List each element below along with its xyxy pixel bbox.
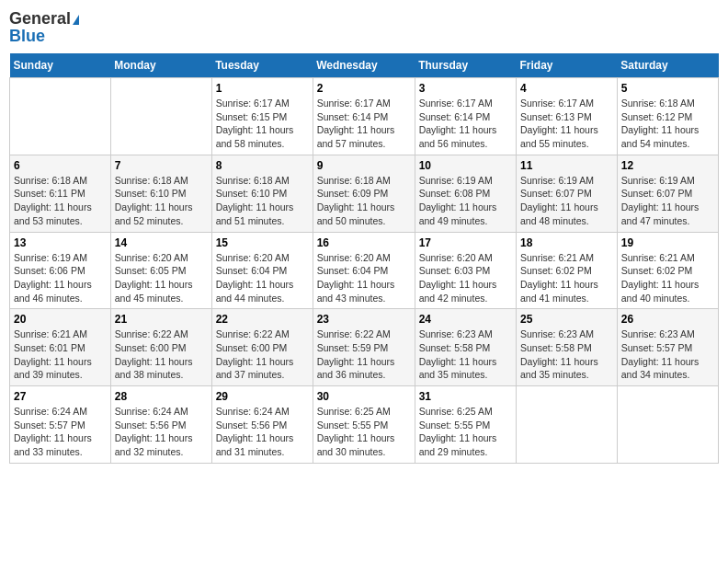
calendar-week-row: 1Sunrise: 6:17 AMSunset: 6:15 PMDaylight…: [10, 78, 719, 155]
day-number: 23: [317, 313, 411, 326]
calendar-cell: 29Sunrise: 6:24 AMSunset: 5:56 PMDayligh…: [211, 386, 313, 464]
day-info: Sunrise: 6:21 AMSunset: 6:01 PMDaylight:…: [14, 327, 107, 382]
day-info: Sunrise: 6:22 AMSunset: 6:00 PMDaylight:…: [115, 327, 208, 382]
calendar-header-row: SundayMondayTuesdayWednesdayThursdayFrid…: [10, 53, 719, 78]
day-info: Sunrise: 6:23 AMSunset: 5:58 PMDaylight:…: [520, 327, 613, 382]
calendar-week-row: 6Sunrise: 6:18 AMSunset: 6:11 PMDaylight…: [10, 155, 719, 232]
day-number: 18: [520, 236, 613, 249]
calendar-cell: 19Sunrise: 6:21 AMSunset: 6:02 PMDayligh…: [617, 232, 718, 309]
day-number: 30: [317, 390, 411, 403]
calendar-week-row: 13Sunrise: 6:19 AMSunset: 6:06 PMDayligh…: [10, 232, 719, 309]
day-info: Sunrise: 6:19 AMSunset: 6:07 PMDaylight:…: [520, 174, 613, 228]
calendar-cell: 18Sunrise: 6:21 AMSunset: 6:02 PMDayligh…: [517, 232, 618, 309]
calendar-week-row: 20Sunrise: 6:21 AMSunset: 6:01 PMDayligh…: [10, 309, 719, 386]
calendar-cell: 14Sunrise: 6:20 AMSunset: 6:05 PMDayligh…: [110, 232, 211, 309]
calendar-cell: 13Sunrise: 6:19 AMSunset: 6:06 PMDayligh…: [10, 232, 111, 309]
day-number: 14: [115, 236, 208, 249]
day-number: 11: [520, 159, 613, 172]
day-number: 24: [419, 313, 512, 326]
weekday-header: Monday: [110, 53, 211, 78]
calendar-week-row: 27Sunrise: 6:24 AMSunset: 5:57 PMDayligh…: [10, 386, 719, 464]
calendar-cell: [517, 386, 618, 464]
day-info: Sunrise: 6:20 AMSunset: 6:05 PMDaylight:…: [115, 251, 208, 305]
day-number: 3: [419, 82, 512, 95]
calendar-cell: 7Sunrise: 6:18 AMSunset: 6:10 PMDaylight…: [110, 155, 211, 232]
day-info: Sunrise: 6:19 AMSunset: 6:08 PMDaylight:…: [419, 174, 512, 228]
day-number: 27: [14, 390, 107, 403]
day-number: 1: [216, 82, 309, 95]
calendar-cell: 15Sunrise: 6:20 AMSunset: 6:04 PMDayligh…: [211, 232, 313, 309]
logo-blue: Blue: [9, 27, 45, 46]
weekday-header: Thursday: [415, 53, 516, 78]
calendar-cell: 12Sunrise: 6:19 AMSunset: 6:07 PMDayligh…: [617, 155, 718, 232]
day-info: Sunrise: 6:17 AMSunset: 6:15 PMDaylight:…: [216, 97, 309, 151]
calendar-cell: 5Sunrise: 6:18 AMSunset: 6:12 PMDaylight…: [617, 78, 718, 155]
weekday-header: Wednesday: [313, 53, 415, 78]
day-info: Sunrise: 6:22 AMSunset: 6:00 PMDaylight:…: [216, 327, 309, 382]
day-info: Sunrise: 6:21 AMSunset: 6:02 PMDaylight:…: [520, 251, 613, 305]
day-number: 20: [14, 313, 107, 326]
calendar-cell: 11Sunrise: 6:19 AMSunset: 6:07 PMDayligh…: [517, 155, 618, 232]
calendar-cell: 26Sunrise: 6:23 AMSunset: 5:57 PMDayligh…: [617, 309, 718, 386]
day-number: 6: [14, 159, 107, 172]
day-number: 25: [520, 313, 613, 326]
day-info: Sunrise: 6:17 AMSunset: 6:14 PMDaylight:…: [419, 97, 512, 151]
day-info: Sunrise: 6:21 AMSunset: 6:02 PMDaylight:…: [621, 251, 714, 305]
weekday-header: Sunday: [10, 53, 111, 78]
day-number: 19: [621, 236, 714, 249]
calendar-cell: 22Sunrise: 6:22 AMSunset: 6:00 PMDayligh…: [211, 309, 313, 386]
day-info: Sunrise: 6:24 AMSunset: 5:57 PMDaylight:…: [14, 405, 107, 459]
day-number: 17: [419, 236, 512, 249]
day-info: Sunrise: 6:18 AMSunset: 6:09 PMDaylight:…: [317, 174, 411, 228]
day-info: Sunrise: 6:20 AMSunset: 6:04 PMDaylight:…: [317, 251, 411, 305]
day-info: Sunrise: 6:20 AMSunset: 6:03 PMDaylight:…: [419, 251, 512, 305]
calendar-table: SundayMondayTuesdayWednesdayThursdayFrid…: [9, 53, 719, 464]
calendar-cell: 25Sunrise: 6:23 AMSunset: 5:58 PMDayligh…: [517, 309, 618, 386]
calendar-cell: 28Sunrise: 6:24 AMSunset: 5:56 PMDayligh…: [110, 386, 211, 464]
calendar-cell: 31Sunrise: 6:25 AMSunset: 5:55 PMDayligh…: [415, 386, 516, 464]
calendar-cell: [617, 386, 718, 464]
day-number: 22: [216, 313, 309, 326]
day-number: 16: [317, 236, 411, 249]
day-number: 12: [621, 159, 714, 172]
day-info: Sunrise: 6:18 AMSunset: 6:11 PMDaylight:…: [14, 174, 107, 228]
day-number: 2: [317, 82, 411, 95]
day-info: Sunrise: 6:23 AMSunset: 5:58 PMDaylight:…: [419, 327, 512, 382]
day-info: Sunrise: 6:17 AMSunset: 6:13 PMDaylight:…: [520, 97, 613, 151]
day-info: Sunrise: 6:23 AMSunset: 5:57 PMDaylight:…: [621, 327, 714, 382]
day-info: Sunrise: 6:25 AMSunset: 5:55 PMDaylight:…: [419, 405, 512, 459]
calendar-cell: 10Sunrise: 6:19 AMSunset: 6:08 PMDayligh…: [415, 155, 516, 232]
day-number: 15: [216, 236, 309, 249]
page-header: General Blue: [9, 9, 719, 46]
calendar-cell: 4Sunrise: 6:17 AMSunset: 6:13 PMDaylight…: [517, 78, 618, 155]
day-info: Sunrise: 6:18 AMSunset: 6:10 PMDaylight:…: [216, 174, 309, 228]
calendar-cell: 20Sunrise: 6:21 AMSunset: 6:01 PMDayligh…: [10, 309, 111, 386]
calendar-cell: 27Sunrise: 6:24 AMSunset: 5:57 PMDayligh…: [10, 386, 111, 464]
calendar-cell: 6Sunrise: 6:18 AMSunset: 6:11 PMDaylight…: [10, 155, 111, 232]
day-number: 8: [216, 159, 309, 172]
day-number: 7: [115, 159, 208, 172]
calendar-cell: 16Sunrise: 6:20 AMSunset: 6:04 PMDayligh…: [313, 232, 415, 309]
calendar-cell: [10, 78, 111, 155]
calendar-cell: 23Sunrise: 6:22 AMSunset: 5:59 PMDayligh…: [313, 309, 415, 386]
day-info: Sunrise: 6:24 AMSunset: 5:56 PMDaylight:…: [216, 405, 309, 459]
weekday-header: Tuesday: [211, 53, 313, 78]
day-number: 10: [419, 159, 512, 172]
day-number: 4: [520, 82, 613, 95]
day-info: Sunrise: 6:18 AMSunset: 6:12 PMDaylight:…: [621, 97, 714, 151]
calendar-cell: 9Sunrise: 6:18 AMSunset: 6:09 PMDaylight…: [313, 155, 415, 232]
weekday-header: Saturday: [617, 53, 718, 78]
day-info: Sunrise: 6:20 AMSunset: 6:04 PMDaylight:…: [216, 251, 309, 305]
calendar-cell: 30Sunrise: 6:25 AMSunset: 5:55 PMDayligh…: [313, 386, 415, 464]
logo: General Blue: [9, 9, 79, 46]
day-info: Sunrise: 6:24 AMSunset: 5:56 PMDaylight:…: [115, 405, 208, 459]
day-number: 26: [621, 313, 714, 326]
day-number: 5: [621, 82, 714, 95]
day-number: 13: [14, 236, 107, 249]
day-info: Sunrise: 6:17 AMSunset: 6:14 PMDaylight:…: [317, 97, 411, 151]
day-info: Sunrise: 6:19 AMSunset: 6:06 PMDaylight:…: [14, 251, 107, 305]
calendar-cell: [110, 78, 211, 155]
calendar-cell: 17Sunrise: 6:20 AMSunset: 6:03 PMDayligh…: [415, 232, 516, 309]
day-number: 31: [419, 390, 512, 403]
day-number: 29: [216, 390, 309, 403]
